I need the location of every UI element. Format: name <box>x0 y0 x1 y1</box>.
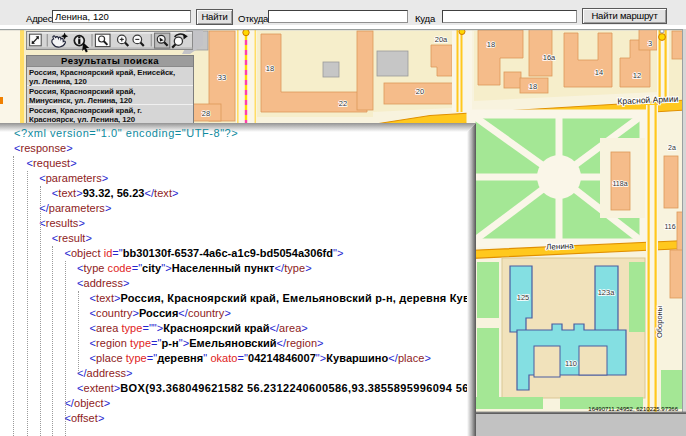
svg-text:116: 116 <box>664 223 675 230</box>
svg-text:Ленина: Ленина <box>546 241 574 251</box>
svg-text:16490711.24952, 6210225.97366: 16490711.24952, 6210225.97366 <box>588 406 678 412</box>
svg-text:20a: 20a <box>435 35 448 44</box>
svg-text:28: 28 <box>202 109 210 118</box>
svg-text:110: 110 <box>565 359 577 368</box>
svg-text:18: 18 <box>529 82 537 91</box>
svg-text:118a: 118a <box>612 180 627 187</box>
svg-text:18: 18 <box>266 64 274 73</box>
svg-text:22: 22 <box>339 99 347 108</box>
svg-text:33: 33 <box>218 73 226 82</box>
svg-text:14: 14 <box>595 68 603 77</box>
svg-text:123a: 123a <box>598 288 616 297</box>
svg-text:125: 125 <box>517 293 530 302</box>
svg-text:18: 18 <box>487 40 495 49</box>
svg-text:Обороны: Обороны <box>655 306 664 338</box>
svg-text:16a: 16a <box>543 53 556 62</box>
svg-text:3: 3 <box>648 39 652 48</box>
svg-text:2a: 2a <box>668 144 676 151</box>
svg-text:12: 12 <box>633 71 641 80</box>
svg-text:20: 20 <box>416 87 424 96</box>
